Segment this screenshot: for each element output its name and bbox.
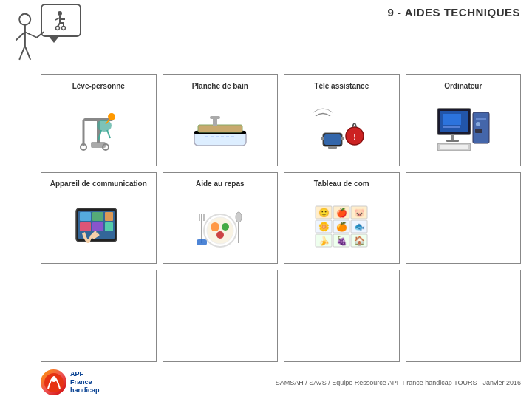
svg-rect-48 bbox=[475, 129, 482, 133]
svg-point-72 bbox=[236, 212, 242, 222]
cell-planche-de-bain: Planche de bain bbox=[163, 74, 279, 166]
image-aide-au-repas bbox=[166, 194, 275, 261]
svg-rect-57 bbox=[92, 222, 103, 231]
main-grid-area: Lève-personne bbox=[41, 74, 521, 362]
svg-rect-45 bbox=[473, 112, 489, 143]
svg-point-66 bbox=[216, 231, 224, 239]
label-ordinateur: Ordinateur bbox=[444, 78, 482, 94]
cell-aide-au-repas: Aide au repas bbox=[163, 172, 279, 265]
svg-rect-30 bbox=[210, 116, 220, 119]
logo-text: APF France handicap bbox=[70, 370, 100, 394]
label-tableau-de-com: Tableau de com bbox=[314, 176, 369, 192]
image-planche-de-bain bbox=[166, 95, 275, 163]
cell-empty-2 bbox=[41, 270, 157, 362]
image-leve-personne bbox=[44, 95, 153, 163]
svg-text:!: ! bbox=[354, 133, 356, 141]
svg-point-93 bbox=[52, 378, 56, 382]
image-appareil-communication bbox=[44, 194, 153, 261]
svg-rect-44 bbox=[446, 140, 459, 142]
label-tele-assistance: Télé assistance bbox=[314, 78, 369, 94]
items-grid: Lève-personne bbox=[41, 74, 521, 362]
svg-line-25 bbox=[107, 130, 110, 138]
svg-point-22 bbox=[108, 113, 115, 120]
svg-point-65 bbox=[222, 223, 229, 231]
cell-appareil-communication: Appareil de communication bbox=[41, 172, 157, 265]
svg-rect-55 bbox=[105, 212, 113, 221]
svg-rect-36 bbox=[328, 146, 337, 149]
page-title: 9 - AIDES TECHNIQUES bbox=[376, 0, 532, 24]
svg-rect-50 bbox=[440, 145, 468, 149]
cell-tableau-de-com: Tableau de com 🙂 🍎 🐷 🌼 🍊 bbox=[284, 172, 400, 265]
label-planche-de-bain: Planche de bain bbox=[192, 78, 248, 94]
top-illustration bbox=[7, 4, 89, 74]
svg-rect-46 bbox=[476, 118, 486, 120]
logo-icon bbox=[41, 369, 66, 395]
svg-point-21 bbox=[97, 120, 112, 132]
footer-citation: SAMSAH / SAVS / Equipe Ressource APF Fra… bbox=[276, 379, 521, 386]
svg-rect-43 bbox=[451, 134, 454, 140]
svg-point-7 bbox=[61, 26, 65, 30]
svg-text:🌼: 🌼 bbox=[318, 221, 330, 232]
svg-text:🏠: 🏠 bbox=[354, 235, 365, 246]
cell-empty-5 bbox=[406, 270, 522, 362]
svg-text:🐟: 🐟 bbox=[354, 221, 365, 232]
svg-rect-35 bbox=[341, 137, 344, 140]
svg-rect-58 bbox=[105, 222, 113, 231]
svg-rect-54 bbox=[92, 212, 103, 221]
apf-logo: APF France handicap bbox=[41, 369, 100, 395]
svg-point-0 bbox=[58, 11, 62, 16]
label-leve-personne: Lève-personne bbox=[72, 78, 125, 94]
svg-rect-33 bbox=[324, 134, 341, 145]
cell-leve-personne: Lève-personne bbox=[41, 74, 157, 166]
cell-tele-assistance: Télé assistance ! bbox=[284, 74, 400, 166]
label-aide-au-repas: Aide au repas bbox=[196, 176, 245, 192]
svg-line-12 bbox=[19, 46, 25, 60]
image-tele-assistance: ! bbox=[287, 95, 396, 163]
cell-empty-4 bbox=[284, 270, 400, 362]
svg-text:🍊: 🍊 bbox=[336, 221, 347, 232]
svg-line-14 bbox=[37, 32, 44, 38]
svg-text:🐷: 🐷 bbox=[354, 207, 365, 218]
svg-rect-41 bbox=[443, 114, 461, 125]
footer: APF France handicap SAMSAH / SAVS / Equi… bbox=[41, 369, 521, 395]
cell-empty-1 bbox=[406, 172, 522, 265]
svg-point-47 bbox=[476, 122, 480, 126]
svg-point-63 bbox=[207, 217, 233, 244]
person-figure bbox=[11, 11, 55, 70]
svg-rect-28 bbox=[198, 125, 242, 132]
svg-line-13 bbox=[25, 46, 31, 60]
svg-rect-73 bbox=[197, 239, 207, 245]
svg-text:🙂: 🙂 bbox=[318, 207, 330, 218]
svg-text:🍌: 🍌 bbox=[318, 235, 330, 246]
svg-text:🍎: 🍎 bbox=[336, 207, 347, 218]
svg-text:🍇: 🍇 bbox=[336, 235, 347, 246]
image-ordinateur bbox=[409, 95, 518, 163]
svg-rect-53 bbox=[80, 212, 91, 221]
cell-empty-3 bbox=[163, 270, 279, 362]
svg-line-11 bbox=[25, 32, 37, 38]
svg-point-8 bbox=[19, 14, 30, 25]
svg-rect-56 bbox=[80, 222, 91, 231]
svg-point-6 bbox=[55, 26, 59, 30]
label-appareil-communication: Appareil de communication bbox=[50, 176, 147, 192]
cell-ordinateur: Ordinateur bbox=[406, 74, 522, 166]
svg-rect-34 bbox=[321, 137, 324, 140]
svg-line-10 bbox=[16, 32, 24, 40]
image-tableau-de-com: 🙂 🍎 🐷 🌼 🍊 🐟 🍌 🍇 bbox=[287, 194, 396, 261]
svg-point-64 bbox=[211, 222, 219, 231]
